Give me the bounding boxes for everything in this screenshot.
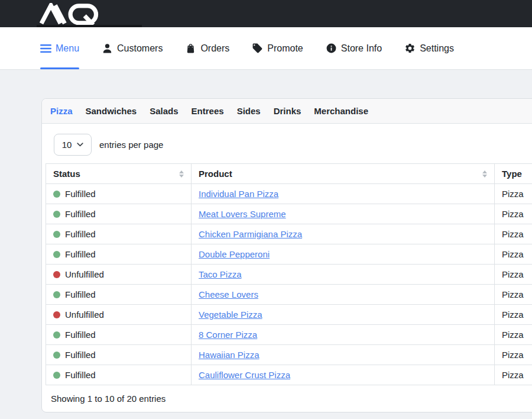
tab-entrees[interactable]: Entrees [192, 106, 224, 116]
entries-per-page-value: 10 [62, 140, 72, 150]
status-dot-icon [53, 271, 60, 278]
product-cell: Double Pepperoni [192, 244, 495, 265]
table-row: Fulfilled Chicken Parmigiana Pizza Pizza [46, 224, 532, 244]
product-link[interactable]: Meat Lovers Supreme [199, 209, 286, 219]
status-dot-icon [53, 231, 60, 238]
gear-icon [404, 43, 416, 54]
status-dot-icon [53, 352, 60, 359]
person-icon [102, 43, 113, 54]
product-cell: Meat Lovers Supreme [192, 204, 495, 224]
status-label: Unfulfilled [65, 310, 104, 320]
status-label: Fulfilled [65, 249, 96, 259]
table-row: Fulfilled Individual Pan Pizza Pizza [46, 184, 532, 204]
status-cell: Fulfilled [46, 204, 192, 224]
status-dot-icon [53, 311, 60, 318]
nav-item-settings[interactable]: Settings [404, 27, 454, 69]
product-cell: Individual Pan Pizza [192, 184, 495, 204]
tag-icon [252, 43, 263, 54]
tab-salads[interactable]: Salads [150, 106, 178, 116]
type-cell: Pizza [495, 265, 532, 285]
product-cell: Taco Pizza [192, 265, 495, 285]
chevron-down-icon [77, 143, 83, 147]
info-icon [326, 43, 337, 54]
product-cell: Cheese Lovers [192, 285, 495, 305]
entries-per-page-select[interactable]: 10 [54, 134, 92, 156]
status-label: Unfulfilled [65, 269, 104, 279]
product-link[interactable]: Hawaiian Pizza [199, 350, 259, 360]
type-cell: Pizza [495, 184, 532, 204]
product-cell: Cauliflower Crust Pizza [192, 365, 495, 385]
product-link[interactable]: Cauliflower Crust Pizza [199, 370, 290, 380]
table-row: Fulfilled Cauliflower Crust Pizza Pizza [46, 365, 532, 385]
table-row: Unfulfilled Taco Pizza Pizza [46, 265, 532, 285]
product-link[interactable]: Cheese Lovers [199, 289, 258, 299]
status-label: Fulfilled [65, 229, 96, 239]
tab-drinks[interactable]: Drinks [274, 106, 301, 116]
card-body: 10 entries per page Status [42, 124, 532, 412]
status-dot-icon [53, 211, 60, 218]
status-label: Fulfilled [65, 209, 96, 219]
status-label: Fulfilled [65, 289, 96, 299]
entries-per-page-label: entries per page [99, 140, 163, 150]
category-tabs: Pizza Sandwiches Salads Entrees Sides Dr… [42, 99, 532, 124]
type-cell: Pizza [495, 224, 532, 244]
status-dot-icon [53, 191, 60, 198]
table-summary: Showing 1 to 10 of 20 entries [51, 394, 532, 404]
product-link[interactable]: 8 Corner Pizza [199, 330, 257, 340]
table-row: Fulfilled 8 Corner Pizza Pizza [46, 325, 532, 345]
sort-icon [482, 170, 487, 178]
aiq-logo [39, 3, 101, 25]
status-cell: Fulfilled [46, 224, 192, 244]
menu-card: Pizza Sandwiches Salads Entrees Sides Dr… [41, 98, 532, 412]
status-cell: Unfulfilled [46, 305, 192, 325]
table-row: Unfulfilled Vegetable Pizza Pizza [46, 305, 532, 325]
product-link[interactable]: Individual Pan Pizza [199, 189, 278, 199]
status-cell: Fulfilled [46, 325, 192, 345]
table-row: Fulfilled Double Pepperoni Pizza [46, 244, 532, 265]
nav-item-store-info[interactable]: Store Info [326, 27, 382, 69]
top-app-bar [0, 0, 532, 27]
column-header-type[interactable]: Type [495, 164, 532, 184]
nav-item-customers[interactable]: Customers [102, 27, 163, 69]
product-cell: 8 Corner Pizza [192, 325, 495, 345]
status-cell: Fulfilled [46, 285, 192, 305]
table-body: Fulfilled Individual Pan Pizza Pizza [46, 184, 532, 385]
nav-label-store-info: Store Info [341, 43, 382, 54]
product-link[interactable]: Chicken Parmigiana Pizza [199, 229, 302, 239]
tab-sides[interactable]: Sides [237, 106, 261, 116]
tab-pizza[interactable]: Pizza [50, 106, 73, 116]
nav-item-menu[interactable]: Menu [40, 27, 79, 69]
column-header-status[interactable]: Status [46, 164, 192, 184]
hamburger-icon [40, 44, 51, 53]
type-cell: Pizza [495, 244, 532, 265]
status-cell: Fulfilled [46, 244, 192, 265]
status-label: Fulfilled [65, 350, 96, 360]
table-header-row: Status Product Type [46, 164, 532, 184]
page-content: Pizza Sandwiches Salads Entrees Sides Dr… [0, 70, 532, 412]
status-label: Fulfilled [65, 189, 96, 199]
type-cell: Pizza [495, 345, 532, 365]
bag-icon [185, 43, 196, 54]
status-label: Fulfilled [65, 370, 96, 380]
nav-label-orders: Orders [200, 43, 229, 54]
status-cell: Unfulfilled [46, 265, 192, 285]
type-cell: Pizza [495, 285, 532, 305]
table-row: Fulfilled Hawaiian Pizza Pizza [46, 345, 532, 365]
product-link[interactable]: Taco Pizza [199, 269, 242, 279]
tab-sandwiches[interactable]: Sandwiches [86, 106, 137, 116]
column-header-product[interactable]: Product [192, 164, 495, 184]
status-cell: Fulfilled [46, 345, 192, 365]
product-link[interactable]: Vegetable Pizza [199, 310, 262, 320]
type-cell: Pizza [495, 325, 532, 345]
nav-item-promote[interactable]: Promote [252, 27, 303, 69]
type-cell: Pizza [495, 305, 532, 325]
menu-items-table: Status Product Type [46, 163, 532, 385]
table-row: Fulfilled Cheese Lovers Pizza [46, 285, 532, 305]
nav-item-orders[interactable]: Orders [185, 27, 229, 69]
main-navigation: Menu Customers Orders Promote Store Info… [0, 27, 532, 70]
tab-merchandise[interactable]: Merchandise [314, 106, 368, 116]
product-cell: Vegetable Pizza [192, 305, 495, 325]
product-link[interactable]: Double Pepperoni [199, 249, 270, 259]
nav-label-customers: Customers [117, 43, 163, 54]
status-cell: Fulfilled [46, 365, 192, 385]
